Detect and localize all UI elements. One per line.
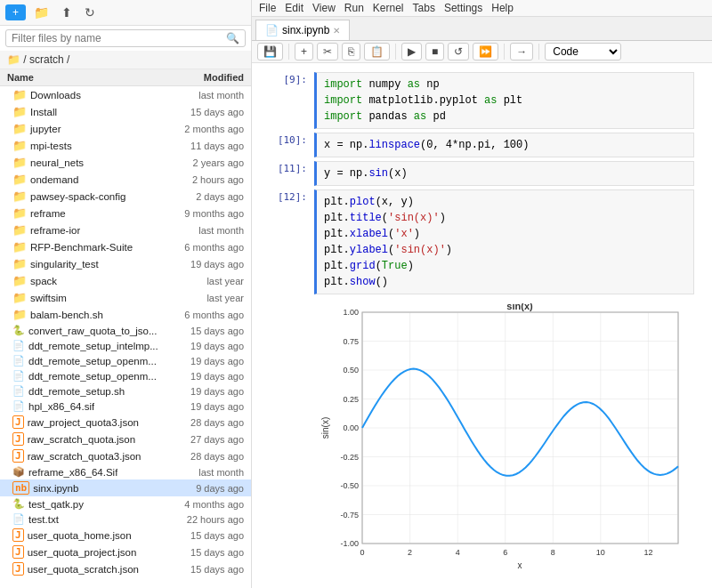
file-item[interactable]: 📁Downloads last month: [0, 86, 251, 103]
file-item[interactable]: 📁Install 15 days ago: [0, 103, 251, 120]
refresh-icon-btn[interactable]: ↻: [80, 4, 100, 21]
file-item[interactable]: 📁balam-bench.sh 6 months ago: [0, 306, 251, 323]
menu-item-settings[interactable]: Settings: [444, 2, 482, 14]
file-date: last year: [206, 293, 244, 303]
file-name: 📁neural_nets: [12, 156, 84, 169]
chart-output: 1.00 0.75 0.50 0.25 0.00 -0.25 -0.50 -0.…: [314, 294, 694, 588]
search-input[interactable]: [12, 32, 226, 44]
folder-icon-btn[interactable]: 📁: [29, 4, 53, 21]
new-file-button[interactable]: +: [5, 4, 26, 20]
add-cell-button[interactable]: +: [295, 43, 313, 60]
sin-chart: 1.00 0.75 0.50 0.25 0.00 -0.25 -0.50 -0.…: [318, 303, 692, 579]
file-name: Juser_quota_home.json: [12, 528, 132, 542]
cell-9-body[interactable]: import numpy as np import matplotlib.pyp…: [314, 72, 694, 129]
file-item[interactable]: 📁swiftsim last year: [0, 289, 251, 306]
file-item[interactable]: 📁pawsey-spack-config 2 days ago: [0, 188, 251, 205]
menu-item-tabs[interactable]: Tabs: [413, 2, 435, 14]
file-list: 📁Downloads last month 📁Install 15 days a…: [0, 86, 251, 588]
cell-10-body[interactable]: x = np.linspace(0, 4*np.pi, 100): [314, 133, 694, 157]
file-item[interactable]: 🐍test_qatk.py 4 months ago: [0, 496, 251, 511]
file-item[interactable]: 📁reframe-ior last month: [0, 222, 251, 238]
cut-button[interactable]: ✂: [317, 43, 338, 60]
file-item[interactable]: 📁ondemand 2 hours ago: [0, 171, 251, 188]
copy-button[interactable]: ⎘: [342, 43, 360, 60]
cell-12-body[interactable]: plt.plot(x, y) plt.title('sin(x)') plt.x…: [314, 189, 694, 588]
file-date: 15 days ago: [190, 326, 244, 336]
file-browser-sidebar: + 📁 ⬆ ↻ 🔍 📁 / scratch / Name Modified 📁D…: [0, 0, 252, 588]
svg-text:4: 4: [455, 548, 459, 557]
file-name: 📄test.txt: [12, 513, 59, 525]
text-icon: 📄: [12, 355, 25, 366]
json-icon: J: [12, 449, 24, 463]
stop-button[interactable]: ■: [425, 43, 444, 60]
menu-item-run[interactable]: Run: [344, 2, 364, 14]
notebook-tab[interactable]: 📄 sinx.ipynb ✕: [255, 20, 350, 40]
file-name: 🐍test_qatk.py: [12, 498, 84, 510]
file-date: 19 days ago: [190, 259, 244, 270]
file-item[interactable]: 🐍convert_raw_quota_to_jso... 15 days ago: [0, 323, 251, 338]
cell-11-code[interactable]: y = np.sin(x): [314, 161, 694, 186]
file-date: 15 days ago: [190, 564, 244, 575]
sidebar-toolbar: + 📁 ⬆ ↻: [0, 0, 251, 26]
file-item[interactable]: 📄test.txt 22 hours ago: [0, 511, 251, 527]
main-area: FileEditViewRunKernelTabsSettingsHelp 📄 …: [252, 0, 712, 588]
svg-text:0.50: 0.50: [343, 366, 359, 375]
svg-text:sin(x): sin(x): [506, 303, 533, 311]
file-item[interactable]: 📄ddt_remote_setup.sh 19 days ago: [0, 383, 251, 399]
file-item[interactable]: nbsinx.ipynb 9 days ago: [0, 479, 251, 496]
file-date: last month: [198, 467, 244, 478]
menu-item-file[interactable]: File: [259, 2, 276, 14]
cell-11-body[interactable]: y = np.sin(x): [314, 161, 694, 186]
file-item[interactable]: Juser_quota_home.json 15 days ago: [0, 527, 251, 544]
file-date: 9 days ago: [196, 483, 244, 494]
file-item[interactable]: Jraw_scratch_quota.json 27 days ago: [0, 431, 251, 447]
file-item[interactable]: 📁reframe 9 months ago: [0, 205, 251, 222]
notebook-icon: nb: [12, 481, 29, 495]
svg-text:0.75: 0.75: [343, 337, 359, 346]
file-item[interactable]: 📁jupyter 2 months ago: [0, 120, 251, 137]
file-date: last month: [198, 90, 244, 101]
cell-10: [10]: x = np.linspace(0, 4*np.pi, 100): [270, 133, 694, 157]
menu-item-edit[interactable]: Edit: [285, 2, 303, 14]
forward-button[interactable]: →: [510, 43, 533, 60]
file-item[interactable]: 📁neural_nets 2 years ago: [0, 154, 251, 171]
file-item[interactable]: 📁mpi-tests 11 days ago: [0, 137, 251, 154]
file-item[interactable]: 📄ddt_remote_setup_intelmp... 19 days ago: [0, 338, 251, 353]
restart-button[interactable]: ↺: [448, 43, 469, 60]
folder-icon: 📁: [12, 274, 27, 287]
file-item[interactable]: 📁RFP-Benchmark-Suite 6 months ago: [0, 238, 251, 255]
file-name: 📁Downloads: [12, 88, 81, 101]
run-button[interactable]: ▶: [401, 43, 422, 60]
folder-icon: 📁: [12, 122, 27, 135]
file-item[interactable]: 📁spack last year: [0, 272, 251, 289]
file-name: nbsinx.ipynb: [12, 481, 78, 495]
file-name: 📁reframe: [12, 206, 66, 220]
file-item[interactable]: 📄ddt_remote_setup_openm... 19 days ago: [0, 353, 251, 368]
file-name: 📄ddt_remote_setup_openm...: [12, 355, 157, 366]
file-date: 9 months ago: [184, 208, 244, 219]
save-button[interactable]: 💾: [257, 43, 283, 60]
file-item[interactable]: 📁singularity_test 19 days ago: [0, 255, 251, 272]
menu-item-help[interactable]: Help: [491, 2, 514, 14]
cell-9-code[interactable]: import numpy as np import matplotlib.pyp…: [314, 72, 694, 129]
file-date: 19 days ago: [190, 371, 244, 382]
file-date: 19 days ago: [190, 386, 244, 397]
svg-text:0.25: 0.25: [343, 395, 359, 404]
menu-item-view[interactable]: View: [312, 2, 336, 14]
paste-button[interactable]: 📋: [364, 43, 390, 60]
file-item[interactable]: 📦reframe_x86_64.Sif last month: [0, 464, 251, 479]
file-item[interactable]: Juser_quota_scratch.json 15 days ago: [0, 560, 251, 577]
file-item[interactable]: Juser_quota_project.json 15 days ago: [0, 544, 251, 560]
file-item[interactable]: Jraw_project_quota3.json 28 days ago: [0, 414, 251, 431]
file-item[interactable]: 📄ddt_remote_setup_openm... 19 days ago: [0, 368, 251, 383]
menu-item-kernel[interactable]: Kernel: [373, 2, 404, 14]
upload-icon-btn[interactable]: ⬆: [57, 4, 77, 21]
cell-10-code[interactable]: x = np.linspace(0, 4*np.pi, 100): [314, 133, 694, 157]
file-item[interactable]: Jraw_scratch_quota3.json 28 days ago: [0, 447, 251, 464]
file-item[interactable]: 📄hpl_x86_64.sif 19 days ago: [0, 399, 251, 414]
restart-run-button[interactable]: ⏩: [473, 43, 498, 60]
cell-9-label: [9]:: [270, 72, 314, 129]
cell-12-code[interactable]: plt.plot(x, y) plt.title('sin(x)') plt.x…: [314, 189, 694, 294]
cell-type-select[interactable]: Code Markdown Raw: [545, 43, 621, 60]
close-tab-icon[interactable]: ✕: [333, 26, 340, 36]
